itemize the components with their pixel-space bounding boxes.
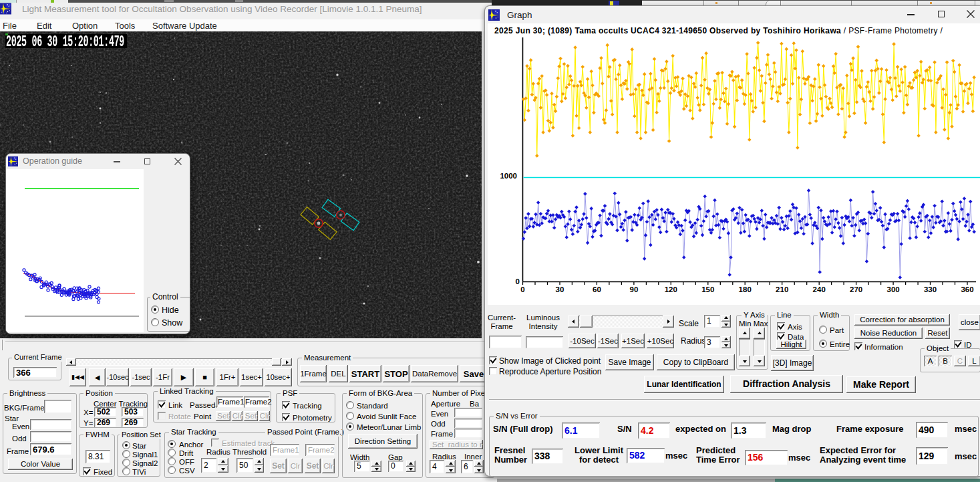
svg-text:180: 180 (739, 285, 752, 293)
svg-text:120: 120 (665, 285, 677, 293)
svg-text:1000: 1000 (500, 172, 517, 180)
svg-text:360: 360 (961, 285, 973, 293)
svg-text:90: 90 (630, 285, 639, 293)
svg-text:150: 150 (701, 285, 714, 293)
svg-text:270: 270 (850, 285, 862, 293)
svg-text:240: 240 (813, 285, 826, 293)
svg-text:0: 0 (516, 277, 520, 285)
svg-text:300: 300 (887, 285, 900, 293)
svg-text:60: 60 (593, 285, 601, 293)
svg-text:210: 210 (776, 285, 788, 293)
svg-text:30: 30 (556, 285, 564, 293)
svg-text:330: 330 (924, 285, 937, 293)
svg-text:0: 0 (520, 285, 524, 293)
